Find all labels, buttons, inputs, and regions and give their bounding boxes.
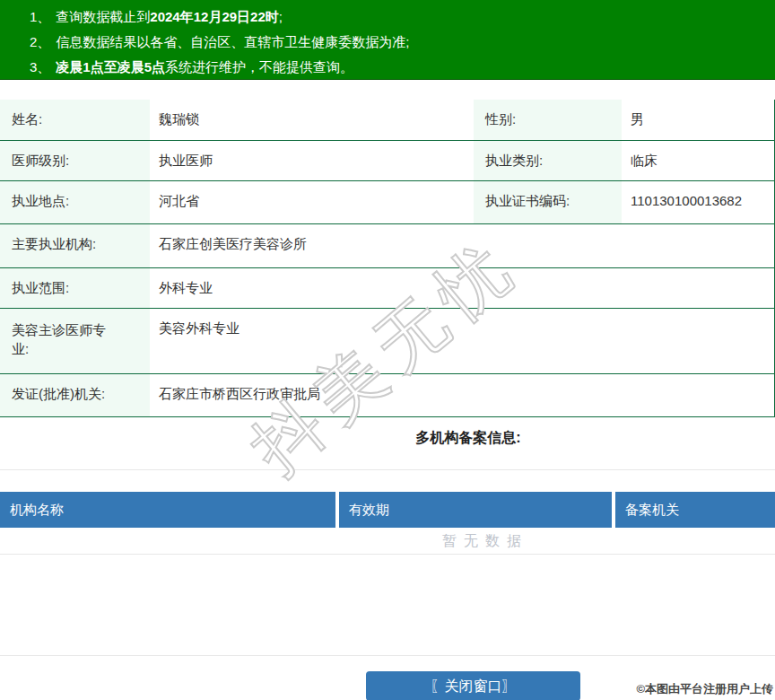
field-label-gender: 性别: (474, 100, 622, 140)
field-value-issuing-authority: 石家庄市桥西区行政审批局 (150, 374, 774, 416)
field-value-cosmetic-specialty: 美容外科专业 (150, 309, 774, 373)
column-header-validity-period: 有效期 (339, 492, 612, 528)
notice-box: 1、查询数据截止到2024年12月29日22时; 2、信息数据结果以各省、自治区… (0, 0, 775, 80)
notice-bold-text: 凌晨1点至凌晨5点 (56, 59, 165, 74)
table-row: 医师级别: 执业医师 执业类别: 临床 (0, 141, 774, 181)
notice-line-1: 1、查询数据截止到2024年12月29日22时; (30, 4, 766, 30)
registration-table-header: 机构名称 有效期 备案机关 (0, 492, 775, 528)
field-value-doctor-level: 执业医师 (150, 141, 474, 180)
table-row: 执业范围: 外科专业 (0, 268, 774, 309)
field-value-name: 魏瑞锁 (150, 100, 474, 140)
field-label-cosmetic-specialty: 美容主诊医师专业: (0, 309, 150, 373)
empty-area (0, 555, 775, 656)
field-value-certificate-number: 110130100013682 (622, 181, 774, 223)
notice-text: 系统进行维护，不能提供查询。 (165, 59, 353, 74)
notice-text: 查询数据截止到 (56, 9, 150, 24)
no-data-message: 暂无数据 (0, 528, 775, 555)
notice-line-3: 3、凌晨1点至凌晨5点系统进行维护，不能提供查询。 (30, 55, 766, 80)
field-value-practice-type: 临床 (622, 141, 774, 180)
notice-number: 3、 (30, 59, 50, 74)
notice-text: 信息数据结果以各省、自治区、直辖市卫生健康委数据为准; (56, 34, 409, 49)
table-row: 主要执业机构: 石家庄创美医疗美容诊所 (0, 224, 774, 268)
field-label-certificate-number: 执业证书编码: (474, 181, 622, 223)
table-row: 姓名: 魏瑞锁 性别: 男 (0, 100, 774, 141)
multi-institution-section-title: 多机构备案信息: (0, 429, 775, 448)
field-label-practice-place: 执业地点: (0, 181, 150, 223)
field-label-name: 姓名: (0, 100, 150, 140)
attribution-text: ©本图由平台注册用户上传 (636, 681, 773, 697)
table-row: 发证(批准)机关: 石家庄市桥西区行政审批局 (0, 374, 774, 417)
close-window-button[interactable]: 〖关闭窗口〗 (366, 671, 580, 700)
notice-number: 1、 (30, 9, 50, 24)
field-label-doctor-level: 医师级别: (0, 141, 150, 180)
table-row: 执业地点: 河北省 执业证书编码: 110130100013682 (0, 181, 774, 224)
doctor-info-table: 姓名: 魏瑞锁 性别: 男 医师级别: 执业医师 执业类别: 临床 执业地点: … (0, 100, 775, 417)
field-value-practice-scope: 外科专业 (150, 268, 774, 308)
table-row: 美容主诊医师专业: 美容外科专业 (0, 309, 774, 374)
field-label-main-institution: 主要执业机构: (0, 224, 150, 267)
notice-text: ; (279, 9, 283, 24)
notice-bold-text: 2024年12月29日22时 (150, 9, 278, 24)
field-label-practice-type: 执业类别: (474, 141, 622, 180)
notice-line-2: 2、信息数据结果以各省、自治区、直辖市卫生健康委数据为准; (30, 30, 766, 55)
notice-number: 2、 (30, 34, 50, 49)
field-label-text: 美容主诊医师专业: (12, 320, 111, 358)
column-header-institution-name: 机构名称 (0, 492, 335, 528)
divider (0, 469, 775, 470)
field-value-practice-place: 河北省 (150, 181, 474, 223)
field-value-gender: 男 (622, 100, 774, 140)
field-label-practice-scope: 执业范围: (0, 268, 150, 308)
column-header-registry-agency: 备案机关 (615, 492, 775, 528)
field-value-main-institution: 石家庄创美医疗美容诊所 (150, 224, 774, 267)
field-label-issuing-authority: 发证(批准)机关: (0, 374, 150, 416)
